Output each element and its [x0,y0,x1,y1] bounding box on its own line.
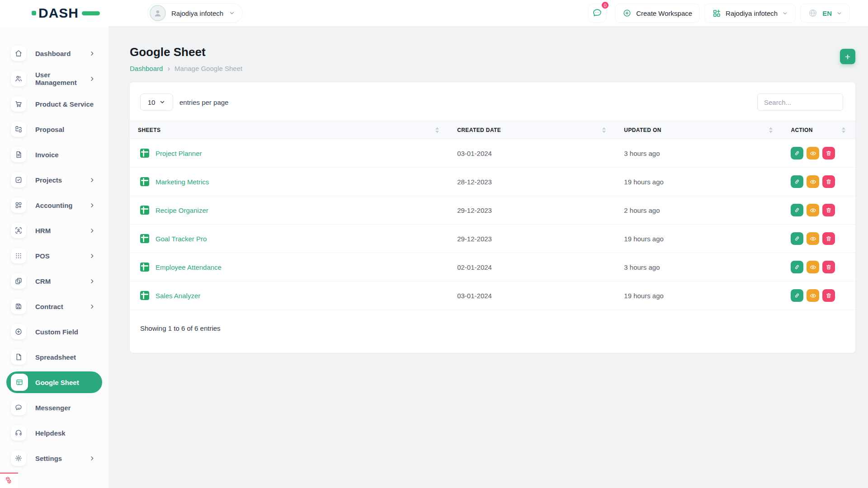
entries-per-page-value: 10 [148,99,156,106]
sidebar-item-hrm[interactable]: HRM [6,220,102,241]
laravel-debugbar-toggle[interactable] [0,473,18,488]
table-toolbar: 10 entries per page [130,82,855,121]
sidebar-item-google-sheet[interactable]: Google Sheet [6,371,102,393]
entries-per-page-label: entries per page [179,99,228,106]
sheet-link[interactable]: Employee Attendance [156,263,222,271]
view-button[interactable] [807,261,819,273]
delete-button[interactable] [822,204,835,216]
view-button[interactable] [807,204,819,216]
sidebar-item-projects[interactable]: Projects [6,169,102,191]
column-header-action[interactable]: ACTION [783,121,855,139]
sidebar-item-settings[interactable]: Settings [6,447,102,469]
created-date-cell: 29-12-2023 [449,225,616,253]
language-code: EN [822,9,832,17]
delete-button[interactable] [822,232,835,245]
open-link-button[interactable] [791,261,803,273]
sheet-cell: Sales Analyzer [130,282,449,310]
open-link-button[interactable] [791,175,803,188]
grid-plus-icon [11,197,26,213]
open-link-button[interactable] [791,289,803,302]
sidebar-item-label: POS [35,252,50,260]
sheet-link[interactable]: Marketing Metrics [156,178,209,186]
sheet-link[interactable]: Sales Analyzer [156,292,200,300]
sheet-cell: Marketing Metrics [130,168,449,196]
sheet-cell: Goal Tracker Pro [130,225,449,253]
delete-button[interactable] [822,289,835,302]
create-workspace-button[interactable]: Create Workspace [615,4,700,23]
sidebar-item-accounting[interactable]: Accounting [6,194,102,216]
open-link-button[interactable] [791,147,803,160]
check-square-icon [11,172,26,188]
column-label: UPDATED ON [624,127,661,133]
sidebar-item-invoice[interactable]: Invoice [6,144,102,165]
sheet-link[interactable]: Recipe Organizer [156,206,208,214]
view-button[interactable] [807,175,819,188]
sheet-icon [140,263,149,272]
home-icon [11,46,26,61]
column-header-sheets[interactable]: SHEETS [130,121,449,139]
chevron-down-icon [159,99,165,105]
add-sheet-button[interactable]: + [840,49,855,64]
logo-dash [82,11,100,15]
sidebar-item-label: CRM [35,277,51,285]
page-header: Google Sheet Dashboard › Manage Google S… [108,26,868,72]
table-row: Marketing Metrics 28-12-2023 19 hours ag… [130,168,855,196]
sidebar-item-spreadsheet[interactable]: Spreadsheet [6,346,102,368]
sidebar-item-dashboard[interactable]: Dashboard [6,42,102,64]
column-label: ACTION [791,127,812,133]
sheet-link[interactable]: Project Planner [156,150,202,157]
open-link-button[interactable] [791,232,803,245]
sheet-icon [140,206,149,215]
sheet-cell: Project Planner [130,139,449,168]
workspace-selector[interactable]: Rajodiya infotech [147,3,243,23]
sidebar-item-label: Helpdesk [35,429,66,437]
logo-text: DASH [38,6,79,20]
company-selector[interactable]: Rajodiya infotech [704,4,796,23]
dots-grid-icon [11,248,26,263]
sort-icon[interactable] [435,127,439,133]
sidebar-item-messenger[interactable]: Messenger [6,397,102,418]
updated-on-cell: 19 hours ago [616,282,783,310]
sort-icon[interactable] [769,127,773,133]
sort-icon[interactable] [602,127,606,133]
sidebar-item-helpdesk[interactable]: Helpdesk [6,422,102,444]
open-link-button[interactable] [791,204,803,216]
sidebar-item-crm[interactable]: CRM [6,270,102,292]
sidebar-item-proposal[interactable]: Proposal [6,118,102,140]
sidebar-item-user-management[interactable]: User Management [6,68,102,89]
entries-per-page-select[interactable]: 10 [140,94,173,111]
messages-button[interactable]: 0 [588,4,607,23]
save-icon [11,299,26,314]
view-button[interactable] [807,289,819,302]
copy-squares-icon [11,273,26,289]
workspace-avatar [150,5,166,21]
users-icon [11,71,26,86]
delete-button[interactable] [822,261,835,273]
sidebar-item-pos[interactable]: POS [6,245,102,267]
chat-bubble-icon [11,400,26,415]
table-header-row: SHEETSCREATED DATEUPDATED ONACTION [130,121,855,139]
sidebar-item-product-service[interactable]: Product & Service [6,93,102,115]
workspace-name: Rajodiya infotech [171,9,223,17]
delete-button[interactable] [822,147,835,160]
sheet-cell: Recipe Organizer [130,196,449,225]
sheet-link[interactable]: Goal Tracker Pro [156,235,207,243]
delete-button[interactable] [822,175,835,188]
view-button[interactable] [807,232,819,245]
invoice-icon [11,147,26,162]
sidebar-item-label: Custom Field [35,328,78,336]
cart-icon [11,96,26,112]
chevron-right-icon [89,455,95,461]
sort-icon[interactable] [842,127,845,133]
sidebar-item-custom-field[interactable]: Custom Field [6,321,102,343]
file-icon [11,349,26,365]
laravel-icon [5,476,14,485]
sidebar-item-label: Settings [35,455,62,462]
breadcrumb-dashboard-link[interactable]: Dashboard [130,65,163,72]
sidebar-item-contract[interactable]: Contract [6,296,102,317]
column-header-created-date[interactable]: CREATED DATE [449,121,616,139]
view-button[interactable] [807,147,819,160]
search-input[interactable] [757,94,843,111]
column-header-updated-on[interactable]: UPDATED ON [616,121,783,139]
language-selector[interactable]: EN [800,4,850,23]
